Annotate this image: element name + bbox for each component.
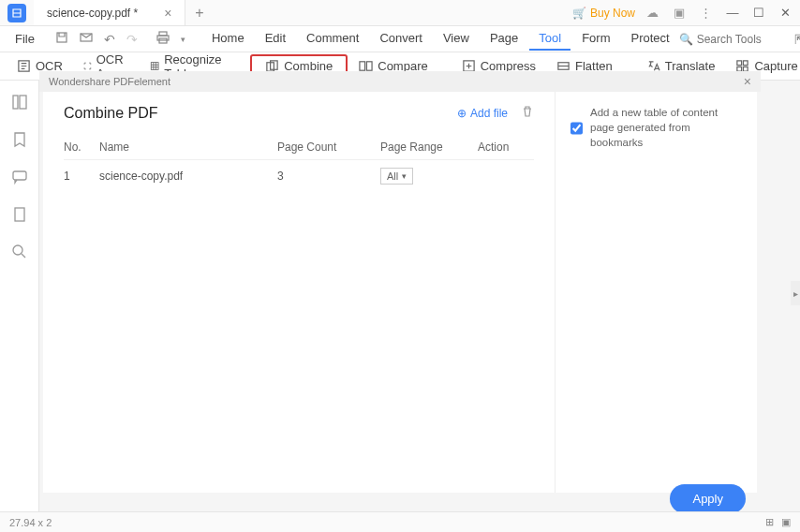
svg-rect-10 bbox=[367, 62, 373, 70]
close-icon[interactable]: × bbox=[164, 6, 171, 21]
add-file-button[interactable]: ⊕ Add file bbox=[457, 107, 508, 120]
print-dropdown-icon[interactable]: ▾ bbox=[175, 35, 191, 44]
undo-icon[interactable]: ↶ bbox=[98, 32, 121, 47]
svg-rect-9 bbox=[360, 62, 365, 70]
notification-icon[interactable]: ▣ bbox=[670, 2, 689, 23]
combine-panel: Combine PDF ⊕ Add file No. Name Page Cou… bbox=[43, 92, 757, 493]
menu-convert[interactable]: Convert bbox=[370, 27, 432, 51]
redo-icon[interactable]: ↷ bbox=[121, 32, 143, 47]
menu-edit[interactable]: Edit bbox=[256, 27, 295, 51]
apply-button[interactable]: Apply bbox=[670, 484, 746, 513]
toc-checkbox[interactable] bbox=[570, 107, 583, 150]
buy-now-button[interactable]: 🛒 Buy Now bbox=[572, 7, 635, 20]
chevron-down-icon: ▾ bbox=[402, 171, 407, 181]
add-tab-button[interactable]: + bbox=[185, 5, 213, 22]
menu-protect[interactable]: Protect bbox=[621, 27, 678, 51]
statusbar: 27.94 x 2 ⊞ ▣ bbox=[0, 511, 800, 532]
minimize-button[interactable]: — bbox=[723, 6, 742, 20]
panel-header: Wondershare PDFelement × bbox=[39, 71, 761, 92]
plus-icon: ⊕ bbox=[457, 107, 467, 120]
row-page-range: All▾ bbox=[380, 168, 478, 185]
menu-view[interactable]: View bbox=[434, 27, 479, 51]
left-sidebar bbox=[0, 81, 39, 511]
toc-label: Add a new table of content page generate… bbox=[590, 105, 742, 150]
more-icon[interactable]: ⋮ bbox=[696, 2, 716, 23]
bookmark-icon[interactable] bbox=[11, 131, 28, 152]
svg-rect-6 bbox=[151, 63, 158, 70]
menu-form[interactable]: Form bbox=[572, 27, 619, 51]
menubar-right-icons: ⇱ ⟳ ⌂ bbox=[789, 32, 800, 47]
share-icon[interactable]: ⇱ bbox=[789, 32, 800, 47]
svg-rect-24 bbox=[15, 208, 24, 221]
tab-title: science-copy.pdf * bbox=[47, 7, 138, 20]
header-page-count: Page Count bbox=[277, 140, 380, 154]
row-name: science-copy.pdf bbox=[99, 170, 277, 183]
svg-rect-23 bbox=[13, 171, 26, 180]
mail-icon[interactable] bbox=[74, 31, 98, 47]
titlebar: science-copy.pdf * × + 🛒 Buy Now ☁ ▣ ⋮ —… bbox=[0, 0, 800, 26]
status-right: ⊞ ▣ bbox=[765, 516, 791, 528]
cloud-icon[interactable]: ☁ bbox=[643, 2, 662, 23]
attachment-icon[interactable] bbox=[11, 206, 28, 227]
tool-label: Capture bbox=[754, 59, 797, 73]
toc-option[interactable]: Add a new table of content page generate… bbox=[570, 105, 742, 150]
maximize-button[interactable]: ☐ bbox=[749, 6, 768, 20]
fit-page-icon[interactable]: ▣ bbox=[781, 516, 791, 528]
menu-page[interactable]: Page bbox=[481, 27, 527, 51]
panel-title: Wondershare PDFelement bbox=[49, 76, 170, 87]
search-icon: 🔍 bbox=[679, 33, 693, 46]
page-dimensions: 27.94 x 2 bbox=[9, 517, 52, 528]
header-action: Action bbox=[478, 140, 534, 154]
header-page-range: Page Range bbox=[380, 140, 478, 154]
header-no: No. bbox=[64, 140, 99, 154]
table-header: No. Name Page Count Page Range Action bbox=[64, 135, 534, 160]
search-sidebar-icon[interactable] bbox=[11, 244, 28, 264]
svg-rect-13 bbox=[737, 61, 742, 66]
thumbnails-icon[interactable] bbox=[11, 94, 28, 114]
page-range-select[interactable]: All▾ bbox=[380, 168, 413, 185]
comment-icon[interactable] bbox=[11, 169, 28, 189]
header-name: Name bbox=[99, 140, 277, 154]
search-input[interactable] bbox=[697, 33, 781, 46]
search-tools: 🔍 bbox=[679, 33, 781, 46]
cart-icon: 🛒 bbox=[572, 7, 586, 20]
file-menu[interactable]: File bbox=[7, 32, 42, 46]
panel-close-icon[interactable]: × bbox=[744, 74, 751, 89]
document-tab[interactable]: science-copy.pdf * × bbox=[34, 0, 185, 25]
delete-icon[interactable] bbox=[521, 105, 534, 122]
svg-rect-21 bbox=[13, 96, 18, 109]
svg-rect-14 bbox=[744, 61, 748, 66]
menu-home[interactable]: Home bbox=[202, 27, 254, 51]
app-logo bbox=[7, 4, 26, 22]
close-window-button[interactable]: ✕ bbox=[776, 6, 794, 20]
menu-tool[interactable]: Tool bbox=[529, 27, 570, 51]
row-no: 1 bbox=[64, 170, 99, 183]
save-icon[interactable] bbox=[50, 31, 74, 47]
add-file-label: Add file bbox=[470, 107, 508, 120]
row-page-count: 3 bbox=[277, 170, 380, 183]
titlebar-right: 🛒 Buy Now ☁ ▣ ⋮ — ☐ ✕ bbox=[572, 2, 800, 23]
buy-now-label: Buy Now bbox=[590, 7, 635, 20]
combine-right-pane: Add a new table of content page generate… bbox=[556, 92, 757, 493]
combine-left-pane: Combine PDF ⊕ Add file No. Name Page Cou… bbox=[43, 92, 556, 493]
combine-title: Combine PDF bbox=[64, 105, 157, 122]
svg-point-25 bbox=[13, 245, 22, 255]
menu-comment[interactable]: Comment bbox=[297, 27, 368, 51]
table-row[interactable]: 1 science-copy.pdf 3 All▾ bbox=[64, 160, 534, 192]
pane-header: Combine PDF ⊕ Add file bbox=[64, 105, 534, 122]
menu-items: Home Edit Comment Convert View Page Tool… bbox=[202, 27, 679, 51]
expand-panel-icon[interactable]: ▸ bbox=[791, 281, 800, 305]
fit-width-icon[interactable]: ⊞ bbox=[765, 516, 774, 528]
svg-rect-22 bbox=[20, 96, 26, 109]
print-icon[interactable] bbox=[151, 31, 175, 47]
